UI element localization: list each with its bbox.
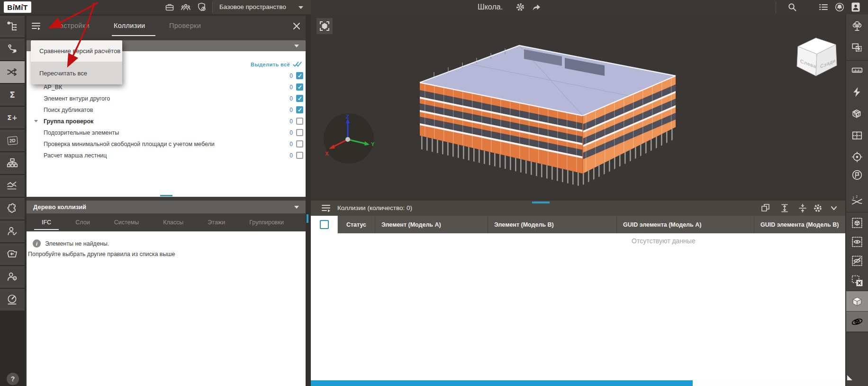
column-guid-b[interactable]: GUID элемента (Модель B) <box>754 216 845 233</box>
rule-checkbox[interactable] <box>296 152 303 159</box>
tree-tab-layers[interactable]: Слои <box>75 219 90 226</box>
compare-views-button[interactable]: 12 <box>851 195 863 208</box>
column-guid-a[interactable]: GUID элемента (Модель A) <box>617 216 754 233</box>
projects-briefcase-icon[interactable] <box>164 2 175 12</box>
orbit-mode-button[interactable] <box>846 312 868 331</box>
sum-add-button[interactable]: Σ+ <box>0 107 25 129</box>
search-icon[interactable] <box>787 2 798 12</box>
rule-group-row[interactable]: Группа проверок 0 <box>27 116 306 127</box>
rule-checkbox[interactable] <box>296 129 303 136</box>
flash-mode-button[interactable] <box>851 86 863 98</box>
gear-icon <box>812 203 823 213</box>
tree-tab-ifc[interactable]: IFC <box>42 219 51 226</box>
model-tree-button[interactable] <box>0 16 25 37</box>
list-menu-icon[interactable] <box>818 2 829 12</box>
close-panel-button[interactable] <box>291 20 302 32</box>
share-icon[interactable] <box>531 2 542 12</box>
panel-menu-button[interactable] <box>30 21 44 32</box>
row-height-icon <box>779 203 790 213</box>
tree-tab-groupings[interactable]: Группировки <box>249 219 284 226</box>
axis-gizmo[interactable]: Z X Y <box>322 112 375 165</box>
header-checkbox[interactable] <box>320 220 329 229</box>
column-status[interactable]: Статус <box>338 216 375 233</box>
landscape-button[interactable] <box>851 20 863 32</box>
table-settings-button[interactable] <box>812 203 823 213</box>
table-resize-handle[interactable] <box>532 202 550 203</box>
user-location-button[interactable] <box>0 266 25 288</box>
sum-checks-button[interactable]: Σ <box>0 84 25 106</box>
select-all-link[interactable]: Выделить всё <box>251 61 303 68</box>
flag-marker-button[interactable] <box>851 169 863 181</box>
tab-settings[interactable]: Настройки <box>54 22 90 29</box>
help-button[interactable]: ? <box>7 373 19 385</box>
dashboard-button[interactable] <box>0 289 25 311</box>
copy-rows-button[interactable] <box>760 203 771 213</box>
project-settings-gear-icon[interactable] <box>515 2 526 12</box>
rule-checkbox[interactable] <box>296 72 303 79</box>
rule-checkbox[interactable] <box>296 140 303 147</box>
workspace-label: Базовое пространство <box>219 0 286 14</box>
collision-tree-header[interactable]: Дерево коллизий <box>27 201 306 213</box>
locate-target-button[interactable] <box>851 151 863 163</box>
hide-selection-button[interactable] <box>851 255 863 267</box>
show-selection-button[interactable] <box>851 236 863 248</box>
clash-detection-button[interactable] <box>0 61 25 83</box>
workspace-selector[interactable]: Базовое пространство <box>213 0 311 14</box>
rule-row[interactable]: Проверка минимальной свободной площади с… <box>27 138 306 150</box>
view-cube[interactable]: Слева Сзади <box>792 32 841 79</box>
building-model[interactable] <box>406 30 690 192</box>
user-tasks-button[interactable] <box>0 221 25 242</box>
tree-tab-floors[interactable]: Этажи <box>208 219 225 226</box>
clear-selection-button[interactable] <box>851 275 863 287</box>
shared-folder-button[interactable] <box>0 243 25 265</box>
bimit-logo[interactable]: BiMiT <box>4 1 31 13</box>
tree-tab-systems[interactable]: Системы <box>114 219 139 226</box>
collapse-chevron-icon[interactable] <box>34 120 38 122</box>
collapse-rows-button[interactable] <box>797 203 808 213</box>
column-element-b[interactable]: Элемент (Модель B) <box>488 216 617 233</box>
menu-item-compare-versions[interactable]: Сравнение версий расчётов <box>31 40 122 62</box>
cube-view-button[interactable] <box>846 291 868 311</box>
rule-row[interactable]: Расчет марша лестниц 0 <box>27 150 306 161</box>
team-icon[interactable] <box>180 2 191 12</box>
relations-button[interactable] <box>0 38 25 60</box>
selection-sets-button[interactable] <box>851 41 863 54</box>
bimit-app: BiMiT Базовое пространство Школа. <box>0 0 868 386</box>
panel-scrollbar[interactable] <box>307 214 308 223</box>
drawings-2d-button[interactable]: 2D <box>0 129 25 151</box>
model-viewport[interactable]: Z X Y Слева Сзади Коллизии (количество: … <box>311 14 845 386</box>
isolate-selection-button[interactable] <box>851 217 863 229</box>
table-menu-button[interactable] <box>320 203 333 213</box>
column-element-a[interactable]: Элемент (Модель A) <box>375 216 488 233</box>
shield-admin-icon[interactable] <box>196 2 208 12</box>
rule-row[interactable]: Элемент внтури другого 0 <box>27 93 306 104</box>
row-height-button[interactable] <box>779 203 790 213</box>
panel-resize-handle[interactable] <box>160 195 172 196</box>
resize-grip[interactable] <box>847 375 852 380</box>
rule-checkbox[interactable] <box>296 106 303 113</box>
measure-button[interactable] <box>851 64 863 76</box>
rule-checkbox[interactable] <box>296 83 303 91</box>
rule-row[interactable]: Подозрительные элементы 0 <box>27 127 306 138</box>
tree-tab-classes[interactable]: Классы <box>163 219 183 226</box>
isolate-cube-icon <box>851 217 863 229</box>
charts-button[interactable] <box>0 175 25 197</box>
toolbar-divider <box>846 212 868 212</box>
collapse-panel-button[interactable] <box>828 203 840 213</box>
rule-checkbox[interactable] <box>296 95 303 102</box>
notifications-bell-icon[interactable] <box>834 2 845 12</box>
rule-row[interactable]: Поиск дубликатов 0 <box>27 104 306 116</box>
select-all-label: Выделить всё <box>251 62 290 67</box>
rule-label: Проверка минимальной свободной площади с… <box>44 141 215 147</box>
rule-checkbox[interactable] <box>296 118 303 125</box>
structure-button[interactable] <box>0 152 25 174</box>
section-box-button[interactable] <box>851 108 863 120</box>
tree-icon <box>851 20 863 32</box>
account-avatar[interactable] <box>850 2 861 12</box>
tab-checks[interactable]: Проверки <box>169 22 201 29</box>
tab-collisions[interactable]: Коллизии <box>114 22 145 29</box>
fit-to-view-button[interactable] <box>316 18 333 34</box>
plugins-button[interactable] <box>0 198 25 220</box>
menu-item-recalculate-all[interactable]: Пересчитать все <box>31 62 122 84</box>
floorplan-button[interactable] <box>851 129 863 142</box>
